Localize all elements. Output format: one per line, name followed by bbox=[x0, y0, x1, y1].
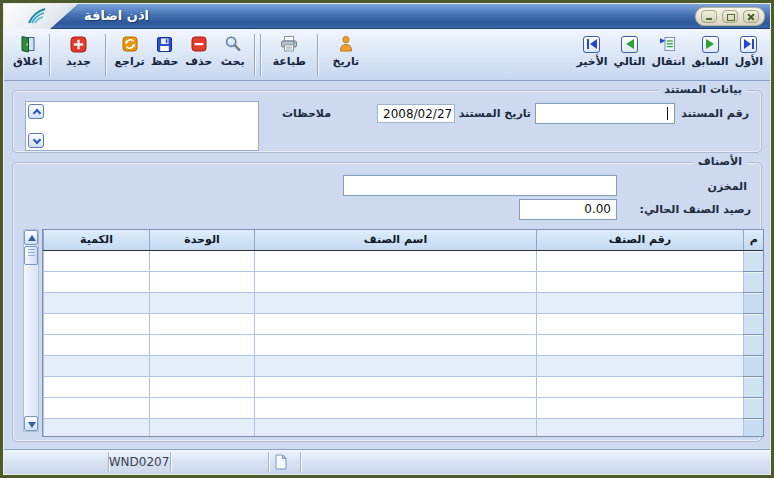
window-title: اذن اضافة bbox=[84, 8, 149, 23]
goto-document-icon bbox=[659, 34, 677, 54]
previous-record-icon bbox=[702, 34, 719, 54]
first-record-button[interactable]: الأول bbox=[732, 33, 766, 70]
table-row[interactable] bbox=[44, 355, 764, 376]
window-code: WND0207 bbox=[108, 455, 170, 469]
scrollbar-thumb[interactable] bbox=[24, 246, 38, 265]
document-status-icon bbox=[274, 454, 288, 474]
print-printer-icon bbox=[279, 34, 299, 54]
previous-record-button[interactable]: السابق bbox=[688, 33, 731, 70]
history-button[interactable]: تاريخ bbox=[329, 33, 363, 70]
toolbar-separator bbox=[260, 34, 262, 76]
goto-record-label: انتقال bbox=[651, 55, 685, 68]
table-row[interactable] bbox=[44, 250, 764, 271]
delete-button-label: حذف bbox=[185, 55, 212, 68]
main-area: بيانات المستند رقم المستند تاريخ المستند… bbox=[4, 82, 770, 448]
toolbar: اغلاق جديد bbox=[4, 29, 770, 81]
notes-textarea[interactable] bbox=[25, 101, 259, 151]
items-table: م رقم الصنف اسم الصنف الوحدة الكمية bbox=[42, 229, 764, 437]
statusbar-separator bbox=[170, 452, 172, 472]
notes-scroll-down-button[interactable] bbox=[28, 133, 44, 148]
text-caret bbox=[667, 107, 668, 120]
notes-scroll-up-button[interactable] bbox=[28, 104, 44, 119]
table-header-row: م رقم الصنف اسم الصنف الوحدة الكمية bbox=[44, 230, 764, 250]
table-row[interactable] bbox=[44, 292, 764, 313]
history-button-label: تاريخ bbox=[333, 55, 360, 68]
document-data-group-title: بيانات المستند bbox=[659, 83, 747, 96]
close-button[interactable]: اغلاق bbox=[10, 33, 45, 70]
col-header-index[interactable]: م bbox=[744, 230, 764, 250]
next-record-icon bbox=[621, 34, 638, 54]
history-person-icon bbox=[338, 34, 354, 54]
table-row[interactable] bbox=[44, 376, 764, 397]
last-record-label: الأخير bbox=[576, 55, 607, 68]
statusbar-separator bbox=[300, 452, 302, 472]
close-button-label: اغلاق bbox=[13, 55, 42, 68]
table-row[interactable] bbox=[44, 271, 764, 292]
first-record-label: الأول bbox=[735, 55, 763, 68]
items-group-title: الأصناف bbox=[693, 155, 747, 168]
current-item-balance-label: رصيد الصنف الحالي: bbox=[640, 203, 751, 216]
statusbar: WND0207 bbox=[4, 449, 770, 474]
next-record-label: التالي bbox=[614, 55, 646, 68]
doc-date-input[interactable]: 2008/02/27 bbox=[377, 104, 455, 123]
new-button-label: جديد bbox=[66, 55, 91, 68]
warehouse-input[interactable] bbox=[343, 175, 617, 196]
search-button[interactable]: بحث bbox=[216, 33, 250, 70]
table-vertical-scrollbar[interactable] bbox=[23, 229, 39, 432]
previous-record-label: السابق bbox=[691, 55, 728, 68]
first-record-icon bbox=[740, 34, 757, 54]
titlebar: اذن اضافة bbox=[4, 4, 770, 29]
delete-button[interactable]: حذف bbox=[182, 33, 216, 70]
maximize-button[interactable] bbox=[722, 10, 738, 23]
app-logo-feather-icon bbox=[26, 6, 48, 30]
save-button-label: حفظ bbox=[151, 55, 179, 68]
items-groupbox: الأصناف المخزن رصيد الصنف الحالي: 0.00 م… bbox=[12, 162, 762, 442]
scroll-down-button[interactable] bbox=[24, 416, 38, 431]
print-button-label: طباعة bbox=[273, 55, 306, 68]
document-data-groupbox: بيانات المستند رقم المستند تاريخ المستند… bbox=[12, 90, 762, 153]
undo-button[interactable]: تراجع bbox=[111, 33, 147, 70]
toolbar-separator bbox=[254, 34, 256, 76]
new-button[interactable]: جديد bbox=[61, 33, 95, 70]
scroll-up-button[interactable] bbox=[24, 230, 38, 245]
doc-date-label: تاريخ المستند bbox=[459, 107, 531, 120]
col-header-unit[interactable]: الوحدة bbox=[150, 230, 255, 250]
doc-number-label: رقم المستند bbox=[681, 107, 749, 120]
next-record-button[interactable]: التالي bbox=[611, 33, 649, 70]
save-button[interactable]: حفظ bbox=[148, 33, 182, 70]
statusbar-separator bbox=[268, 452, 270, 472]
close-window-button[interactable] bbox=[743, 10, 759, 23]
col-header-item-name[interactable]: اسم الصنف bbox=[255, 230, 537, 250]
toolbar-separator bbox=[49, 34, 51, 76]
app-window: اذن اضافة اغلاق bbox=[0, 0, 774, 478]
minimize-button[interactable] bbox=[701, 10, 717, 23]
goto-record-button[interactable]: انتقال bbox=[648, 33, 688, 70]
delete-minus-icon bbox=[191, 34, 207, 54]
print-button[interactable]: طباعة bbox=[270, 33, 309, 70]
undo-button-label: تراجع bbox=[114, 55, 144, 68]
new-plus-icon bbox=[70, 34, 87, 54]
last-record-button[interactable]: الأخير bbox=[573, 33, 610, 70]
col-header-quantity[interactable]: الكمية bbox=[44, 230, 150, 250]
exit-door-icon bbox=[19, 34, 37, 54]
table-row[interactable] bbox=[44, 313, 764, 334]
undo-refresh-icon bbox=[122, 34, 138, 54]
warehouse-label: المخزن bbox=[708, 180, 747, 193]
table-row[interactable] bbox=[44, 397, 764, 418]
last-record-icon bbox=[583, 34, 600, 54]
current-item-balance-value: 0.00 bbox=[519, 199, 617, 220]
toolbar-separator bbox=[105, 34, 107, 76]
search-button-label: بحث bbox=[221, 55, 245, 68]
save-floppy-icon bbox=[156, 34, 173, 54]
notes-label: ملاحظات bbox=[282, 107, 331, 120]
search-magnifier-icon bbox=[224, 34, 242, 54]
table-row[interactable] bbox=[44, 418, 764, 437]
col-header-item-number[interactable]: رقم الصنف bbox=[537, 230, 744, 250]
doc-number-input[interactable] bbox=[535, 103, 675, 124]
table-row[interactable] bbox=[44, 334, 764, 355]
toolbar-separator bbox=[317, 34, 319, 76]
window-controls bbox=[695, 7, 765, 26]
